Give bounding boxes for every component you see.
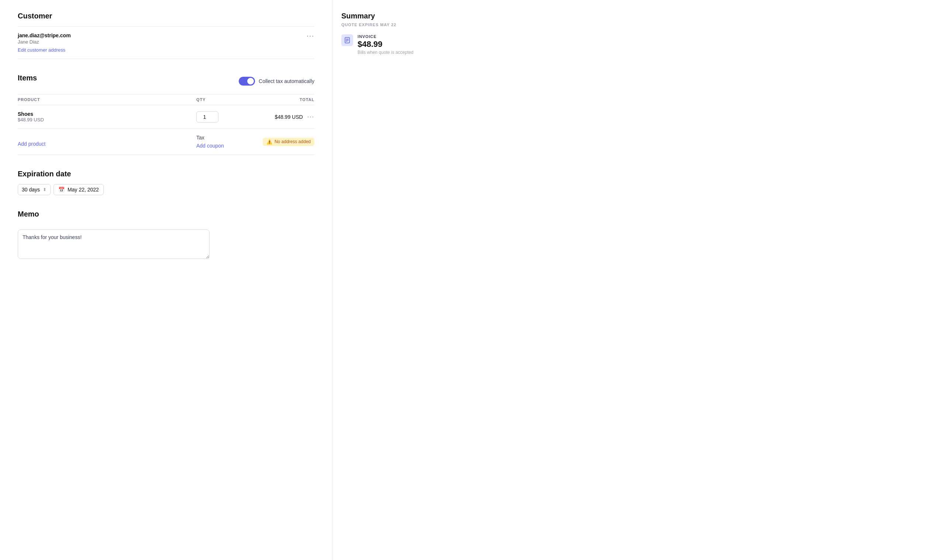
items-section-title: Items	[18, 74, 37, 82]
col-qty-header: QTY	[196, 94, 240, 105]
product-row-more-button[interactable]: ···	[307, 114, 314, 120]
tax-toggle-slider	[239, 77, 255, 86]
tax-label-cell: Tax Add coupon	[196, 129, 240, 155]
days-select[interactable]: 30 days ⬍	[18, 184, 51, 195]
invoice-label: INVOICE	[357, 34, 413, 39]
memo-textarea[interactable]: Thanks for your business!	[18, 229, 209, 259]
product-info-cell: Shoes $48.99 USD	[18, 105, 196, 129]
tax-toggle-area: Collect tax automatically	[239, 77, 314, 86]
items-header: Items Collect tax automatically	[18, 74, 314, 88]
tax-toggle-label: Collect tax automatically	[259, 78, 314, 84]
memo-section-title: Memo	[18, 210, 314, 218]
edit-customer-address-link[interactable]: Edit customer address	[18, 47, 65, 53]
customer-name: Jane Diaz	[18, 39, 71, 45]
expiration-section: Expiration date 30 days ⬍ 📅 May 22, 2022	[18, 170, 314, 195]
tax-status-cell: ⚠️ No address added	[240, 129, 314, 155]
items-table: PRODUCT QTY TOTAL Shoes $48.99 USD	[18, 94, 314, 155]
table-row: Shoes $48.99 USD $48.99 USD ···	[18, 105, 314, 129]
product-qty-cell	[196, 105, 240, 129]
product-price: $48.99 USD	[18, 117, 196, 123]
tax-label: Tax	[196, 135, 240, 140]
expiration-date-label: May 22, 2022	[68, 187, 99, 192]
customer-section: Customer jane.diaz@stripe.com Jane Diaz …	[18, 12, 314, 59]
expiration-date-display[interactable]: 📅 May 22, 2022	[54, 184, 104, 195]
sidebar: Summary QUOTE EXPIRES MAY 22 INVOICE $48…	[332, 0, 443, 560]
qty-input[interactable]	[196, 111, 219, 123]
col-product-header: PRODUCT	[18, 94, 196, 105]
spinner-icon: ⬍	[43, 187, 46, 192]
add-coupon-link[interactable]: Add coupon	[196, 143, 240, 149]
no-address-label: No address added	[274, 139, 311, 144]
invoice-amount: $48.99	[357, 40, 413, 49]
memo-section: Memo Thanks for your business!	[18, 210, 314, 260]
summary-title: Summary	[341, 12, 434, 20]
items-section: Items Collect tax automatically PRODUCT …	[18, 74, 314, 155]
invoice-icon	[341, 34, 353, 46]
add-product-link[interactable]: Add product	[18, 141, 46, 147]
warning-icon: ⚠️	[266, 139, 273, 145]
invoice-card: INVOICE $48.99 Bills when quote is accep…	[341, 34, 434, 55]
product-total-cell: $48.99 USD ···	[240, 105, 314, 129]
customer-card: jane.diaz@stripe.com Jane Diaz Edit cust…	[18, 26, 314, 59]
invoice-details: INVOICE $48.99 Bills when quote is accep…	[357, 34, 413, 55]
no-address-badge: ⚠️ No address added	[263, 138, 314, 146]
customer-info: jane.diaz@stripe.com Jane Diaz Edit cust…	[18, 32, 71, 53]
summary-expires-label: QUOTE EXPIRES MAY 22	[341, 23, 434, 27]
days-label: 30 days	[22, 187, 40, 192]
invoice-desc: Bills when quote is accepted	[357, 50, 413, 55]
customer-email: jane.diaz@stripe.com	[18, 32, 71, 38]
expiration-section-title: Expiration date	[18, 170, 314, 178]
calendar-icon: 📅	[58, 187, 65, 192]
tax-coupon-row: Add product Tax Add coupon ⚠️	[18, 129, 314, 155]
tax-toggle[interactable]	[239, 77, 255, 86]
col-total-header: TOTAL	[240, 94, 314, 105]
customer-more-options-button[interactable]: ···	[306, 32, 314, 39]
product-total-amount: $48.99 USD	[274, 114, 303, 120]
expiration-controls: 30 days ⬍ 📅 May 22, 2022	[18, 184, 314, 195]
add-product-cell: Add product	[18, 129, 196, 155]
customer-section-title: Customer	[18, 12, 314, 20]
product-name: Shoes	[18, 111, 196, 117]
